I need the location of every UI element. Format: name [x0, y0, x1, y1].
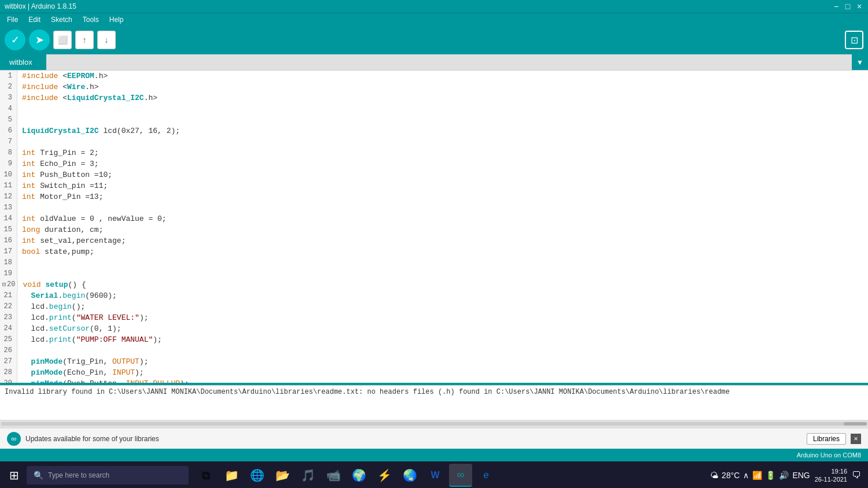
console-scrollbar-track	[1, 422, 867, 426]
notification-text: Updates available for some of your libra…	[25, 435, 802, 443]
table-row: 14 int oldValue = 0 , newValue = 0;	[0, 213, 868, 224]
network-icon: ∧	[743, 471, 749, 480]
taskbar: ⊞ 🔍 Type here to search ⧉ 📁 🌐 📂 🎵 📹 🌍 ⚡ …	[0, 461, 868, 488]
system-icons: 🌤 28°C ∧ 📶 🔋 🔊 ENG	[710, 471, 810, 480]
temperature: 28°C	[722, 471, 740, 480]
toolbar: ✓ ➤ ⬜ ↑ ↓ ⊡	[0, 25, 868, 54]
verify-button[interactable]: ✓	[5, 29, 25, 50]
taskbar-files[interactable]: 📂	[271, 464, 294, 487]
table-row: 22 lcd.begin();	[0, 301, 868, 312]
libraries-button[interactable]: Libraries	[807, 433, 846, 445]
chevron-down-icon: ▼	[856, 58, 863, 66]
table-row: 11 int Switch_pin =11;	[0, 180, 868, 191]
save-button[interactable]: ↓	[97, 31, 116, 49]
search-icon: 🔍	[34, 471, 43, 480]
title-bar-title: witblox | Arduino 1.8.15	[5, 2, 76, 10]
tab-dropdown[interactable]: ▼	[852, 54, 868, 70]
taskbar-edge2[interactable]: e	[475, 464, 498, 487]
taskbar-chrome[interactable]: 🌍	[347, 464, 370, 487]
menu-sketch[interactable]: Sketch	[46, 14, 77, 25]
open-button[interactable]: ↑	[75, 31, 94, 49]
table-row: 19	[0, 268, 868, 279]
table-row: 10 int Push_Button =10;	[0, 169, 868, 180]
taskbar-edge[interactable]: 🌐	[245, 464, 269, 487]
notification-close-button[interactable]: ×	[851, 434, 861, 444]
speaker-icon: 🔊	[779, 471, 789, 480]
table-row: 25 lcd.print("PUMP:OFF MANUAL");	[0, 334, 868, 345]
search-placeholder: Type here to search	[48, 471, 109, 479]
taskbar-headphones[interactable]: 🎵	[296, 464, 319, 487]
notification-bar: ∞ Updates available for some of your lib…	[0, 428, 868, 449]
code-editor[interactable]: 1 #include <EEPROM.h> 2 #include <Wire.h…	[0, 71, 868, 383]
table-row: 8 int Trig_Pin = 2;	[0, 147, 868, 158]
console-scrollbar-thumb[interactable]	[844, 422, 867, 426]
table-row: 13	[0, 202, 868, 213]
table-row: 27 pinMode(Trig_Pin, OUTPUT);	[0, 356, 868, 367]
table-row: 15 long duration, cm;	[0, 224, 868, 235]
table-row: 28 pinMode(Echo_Pin, INPUT);	[0, 367, 868, 378]
menu-bar: File Edit Sketch Tools Help	[0, 13, 868, 25]
notification-center-icon[interactable]: 🗨	[852, 470, 861, 480]
minimize-button[interactable]: −	[832, 2, 840, 10]
table-row: 23 lcd.print("WATER LEVEL:");	[0, 312, 868, 323]
table-row: 18	[0, 257, 868, 268]
clock: 19:16 26-11-2021	[815, 467, 847, 484]
board-status: Arduino Uno on COM8	[797, 452, 861, 459]
close-button[interactable]: ×	[855, 2, 863, 10]
table-row: 1 #include <EEPROM.h>	[0, 71, 868, 82]
menu-tools[interactable]: Tools	[78, 14, 104, 25]
console-output: Invalid library found in C:\Users\JANNI …	[0, 385, 868, 420]
weather-icon: 🌤	[710, 471, 718, 480]
battery-icon: 🔋	[766, 471, 775, 480]
menu-file[interactable]: File	[2, 14, 23, 25]
tab-label: witblox	[9, 58, 32, 66]
title-bar-controls: − □ ×	[832, 2, 863, 10]
menu-help[interactable]: Help	[105, 14, 128, 25]
lang-indicator: ENG	[792, 471, 810, 480]
new-button[interactable]: ⬜	[53, 31, 72, 49]
taskbar-word[interactable]: W	[424, 464, 447, 487]
table-row: 6 LiquidCrystal_I2C lcd(0x27, 16, 2);	[0, 125, 868, 136]
wifi-icon: 📶	[752, 471, 762, 480]
notification-icon: ∞	[7, 432, 21, 446]
console-message: Invalid library found in C:\Users\JANNI …	[5, 388, 730, 396]
taskbar-search[interactable]: 🔍 Type here to search	[27, 466, 189, 485]
table-row: 17 bool state,pump;	[0, 246, 868, 257]
table-row: 9 int Echo_Pin = 3;	[0, 158, 868, 169]
table-row: 5	[0, 114, 868, 125]
taskbar-task-view[interactable]: ⧉	[194, 464, 218, 487]
time-display: 19:16	[815, 467, 847, 475]
menu-edit[interactable]: Edit	[24, 14, 45, 25]
date-display: 26-11-2021	[815, 475, 847, 483]
maximize-button[interactable]: □	[844, 2, 852, 10]
table-row: 2 #include <Wire.h>	[0, 82, 868, 93]
tab-witblox[interactable]: witblox	[0, 54, 46, 70]
title-bar: witblox | Arduino 1.8.15 − □ ×	[0, 0, 868, 13]
code-scroll[interactable]: 1 #include <EEPROM.h> 2 #include <Wire.h…	[0, 71, 868, 383]
taskbar-system-tray: 🌤 28°C ∧ 📶 🔋 🔊 ENG 19:16 26-11-2021 🗨	[710, 467, 866, 484]
table-row: 7	[0, 136, 868, 147]
taskbar-chrome2[interactable]: 🌏	[398, 464, 421, 487]
taskbar-apps: ⧉ 📁 🌐 📂 🎵 📹 🌍 ⚡ 🌏 W ∞ e	[194, 464, 498, 487]
serial-monitor-button[interactable]: ⊡	[845, 31, 863, 49]
taskbar-file-explorer[interactable]: 📁	[220, 464, 243, 487]
table-row: ⊟20 void setup() {	[0, 279, 868, 290]
status-bar: Arduino Uno on COM8	[0, 449, 868, 461]
console-scrollbar[interactable]	[0, 420, 868, 428]
start-button[interactable]: ⊞	[2, 464, 25, 487]
table-row: 29 pinMode(Push_Button. INPUT_PULLUP);	[0, 378, 868, 383]
upload-button[interactable]: ➤	[29, 29, 50, 50]
taskbar-arduino[interactable]: ∞	[449, 464, 472, 487]
table-row: 16 int set_val,percentage;	[0, 235, 868, 246]
table-row: 21 Serial.begin(9600);	[0, 290, 868, 301]
table-row: 24 lcd.setCursor(0, 1);	[0, 323, 868, 334]
taskbar-meet[interactable]: 📹	[322, 464, 345, 487]
table-row: 26	[0, 345, 868, 356]
table-row: 12 int Motor_Pin =13;	[0, 191, 868, 202]
table-row: 3 #include <LiquidCrystal_I2C.h>	[0, 93, 868, 103]
table-row: 4	[0, 103, 868, 114]
taskbar-filezilla[interactable]: ⚡	[373, 464, 396, 487]
tab-bar: witblox ▼	[0, 54, 868, 71]
